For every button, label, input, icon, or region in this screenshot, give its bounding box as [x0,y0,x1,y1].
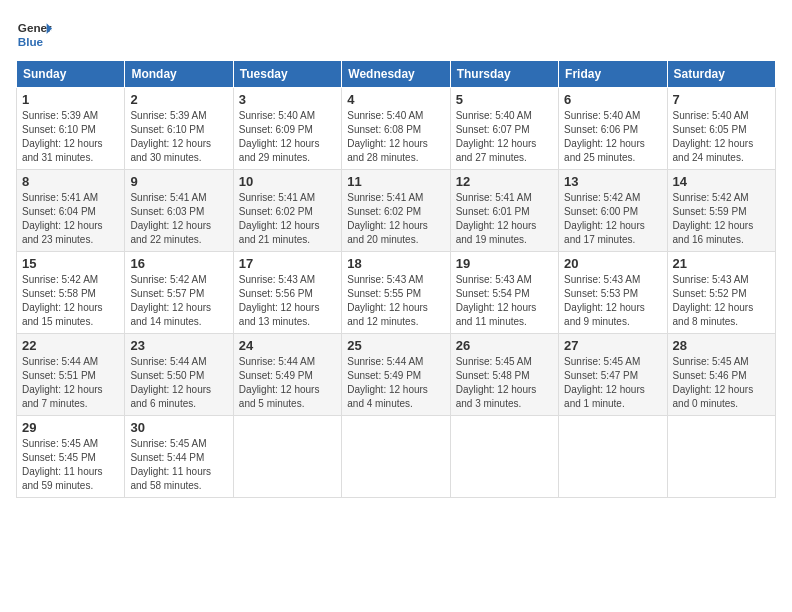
calendar-cell: 9Sunrise: 5:41 AM Sunset: 6:03 PM Daylig… [125,170,233,252]
day-info: Sunrise: 5:40 AM Sunset: 6:05 PM Dayligh… [673,109,770,165]
logo: General Blue [16,16,52,52]
calendar-cell: 18Sunrise: 5:43 AM Sunset: 5:55 PM Dayli… [342,252,450,334]
day-info: Sunrise: 5:41 AM Sunset: 6:04 PM Dayligh… [22,191,119,247]
calendar-cell: 21Sunrise: 5:43 AM Sunset: 5:52 PM Dayli… [667,252,775,334]
calendar-cell [559,416,667,498]
day-number: 9 [130,174,227,189]
calendar-cell: 24Sunrise: 5:44 AM Sunset: 5:49 PM Dayli… [233,334,341,416]
day-number: 24 [239,338,336,353]
calendar-cell: 27Sunrise: 5:45 AM Sunset: 5:47 PM Dayli… [559,334,667,416]
day-number: 4 [347,92,444,107]
calendar-cell: 15Sunrise: 5:42 AM Sunset: 5:58 PM Dayli… [17,252,125,334]
calendar-cell: 1Sunrise: 5:39 AM Sunset: 6:10 PM Daylig… [17,88,125,170]
day-info: Sunrise: 5:40 AM Sunset: 6:07 PM Dayligh… [456,109,553,165]
calendar-cell: 20Sunrise: 5:43 AM Sunset: 5:53 PM Dayli… [559,252,667,334]
calendar-cell: 11Sunrise: 5:41 AM Sunset: 6:02 PM Dayli… [342,170,450,252]
day-info: Sunrise: 5:43 AM Sunset: 5:56 PM Dayligh… [239,273,336,329]
weekday-header-wednesday: Wednesday [342,61,450,88]
day-number: 26 [456,338,553,353]
calendar-cell: 16Sunrise: 5:42 AM Sunset: 5:57 PM Dayli… [125,252,233,334]
day-info: Sunrise: 5:42 AM Sunset: 5:59 PM Dayligh… [673,191,770,247]
day-info: Sunrise: 5:43 AM Sunset: 5:54 PM Dayligh… [456,273,553,329]
day-number: 16 [130,256,227,271]
calendar-cell: 30Sunrise: 5:45 AM Sunset: 5:44 PM Dayli… [125,416,233,498]
calendar-cell: 19Sunrise: 5:43 AM Sunset: 5:54 PM Dayli… [450,252,558,334]
day-info: Sunrise: 5:45 AM Sunset: 5:47 PM Dayligh… [564,355,661,411]
day-info: Sunrise: 5:40 AM Sunset: 6:06 PM Dayligh… [564,109,661,165]
calendar-cell [233,416,341,498]
calendar-cell: 2Sunrise: 5:39 AM Sunset: 6:10 PM Daylig… [125,88,233,170]
calendar-cell: 12Sunrise: 5:41 AM Sunset: 6:01 PM Dayli… [450,170,558,252]
day-info: Sunrise: 5:43 AM Sunset: 5:52 PM Dayligh… [673,273,770,329]
svg-text:Blue: Blue [18,35,44,48]
day-number: 7 [673,92,770,107]
calendar-cell: 3Sunrise: 5:40 AM Sunset: 6:09 PM Daylig… [233,88,341,170]
calendar-week-3: 15Sunrise: 5:42 AM Sunset: 5:58 PM Dayli… [17,252,776,334]
page-header: General Blue [16,16,776,52]
calendar-cell [342,416,450,498]
calendar-cell: 26Sunrise: 5:45 AM Sunset: 5:48 PM Dayli… [450,334,558,416]
weekday-header-thursday: Thursday [450,61,558,88]
day-number: 14 [673,174,770,189]
day-info: Sunrise: 5:41 AM Sunset: 6:02 PM Dayligh… [347,191,444,247]
weekday-header-tuesday: Tuesday [233,61,341,88]
calendar-header-row: SundayMondayTuesdayWednesdayThursdayFrid… [17,61,776,88]
day-number: 18 [347,256,444,271]
calendar-cell: 23Sunrise: 5:44 AM Sunset: 5:50 PM Dayli… [125,334,233,416]
day-number: 23 [130,338,227,353]
calendar-cell: 6Sunrise: 5:40 AM Sunset: 6:06 PM Daylig… [559,88,667,170]
day-number: 1 [22,92,119,107]
calendar-week-5: 29Sunrise: 5:45 AM Sunset: 5:45 PM Dayli… [17,416,776,498]
calendar-week-4: 22Sunrise: 5:44 AM Sunset: 5:51 PM Dayli… [17,334,776,416]
day-info: Sunrise: 5:39 AM Sunset: 6:10 PM Dayligh… [22,109,119,165]
day-number: 30 [130,420,227,435]
calendar-cell: 17Sunrise: 5:43 AM Sunset: 5:56 PM Dayli… [233,252,341,334]
day-info: Sunrise: 5:40 AM Sunset: 6:09 PM Dayligh… [239,109,336,165]
day-info: Sunrise: 5:43 AM Sunset: 5:55 PM Dayligh… [347,273,444,329]
calendar-cell: 28Sunrise: 5:45 AM Sunset: 5:46 PM Dayli… [667,334,775,416]
day-info: Sunrise: 5:40 AM Sunset: 6:08 PM Dayligh… [347,109,444,165]
day-info: Sunrise: 5:41 AM Sunset: 6:03 PM Dayligh… [130,191,227,247]
day-number: 10 [239,174,336,189]
day-info: Sunrise: 5:45 AM Sunset: 5:44 PM Dayligh… [130,437,227,493]
day-info: Sunrise: 5:44 AM Sunset: 5:49 PM Dayligh… [239,355,336,411]
day-number: 27 [564,338,661,353]
day-info: Sunrise: 5:42 AM Sunset: 5:57 PM Dayligh… [130,273,227,329]
calendar-table: SundayMondayTuesdayWednesdayThursdayFrid… [16,60,776,498]
calendar-cell [450,416,558,498]
day-info: Sunrise: 5:44 AM Sunset: 5:51 PM Dayligh… [22,355,119,411]
calendar-cell: 13Sunrise: 5:42 AM Sunset: 6:00 PM Dayli… [559,170,667,252]
day-number: 2 [130,92,227,107]
calendar-cell [667,416,775,498]
day-number: 5 [456,92,553,107]
day-info: Sunrise: 5:43 AM Sunset: 5:53 PM Dayligh… [564,273,661,329]
day-number: 25 [347,338,444,353]
day-number: 15 [22,256,119,271]
calendar-cell: 7Sunrise: 5:40 AM Sunset: 6:05 PM Daylig… [667,88,775,170]
weekday-header-sunday: Sunday [17,61,125,88]
calendar-cell: 8Sunrise: 5:41 AM Sunset: 6:04 PM Daylig… [17,170,125,252]
day-number: 13 [564,174,661,189]
day-info: Sunrise: 5:45 AM Sunset: 5:46 PM Dayligh… [673,355,770,411]
day-info: Sunrise: 5:44 AM Sunset: 5:50 PM Dayligh… [130,355,227,411]
calendar-week-2: 8Sunrise: 5:41 AM Sunset: 6:04 PM Daylig… [17,170,776,252]
day-number: 8 [22,174,119,189]
calendar-cell: 22Sunrise: 5:44 AM Sunset: 5:51 PM Dayli… [17,334,125,416]
day-number: 17 [239,256,336,271]
calendar-cell: 25Sunrise: 5:44 AM Sunset: 5:49 PM Dayli… [342,334,450,416]
calendar-cell: 14Sunrise: 5:42 AM Sunset: 5:59 PM Dayli… [667,170,775,252]
logo-icon: General Blue [16,16,52,52]
day-info: Sunrise: 5:41 AM Sunset: 6:01 PM Dayligh… [456,191,553,247]
day-info: Sunrise: 5:42 AM Sunset: 6:00 PM Dayligh… [564,191,661,247]
calendar-body: 1Sunrise: 5:39 AM Sunset: 6:10 PM Daylig… [17,88,776,498]
calendar-cell: 29Sunrise: 5:45 AM Sunset: 5:45 PM Dayli… [17,416,125,498]
calendar-cell: 4Sunrise: 5:40 AM Sunset: 6:08 PM Daylig… [342,88,450,170]
day-number: 21 [673,256,770,271]
day-number: 29 [22,420,119,435]
day-info: Sunrise: 5:45 AM Sunset: 5:45 PM Dayligh… [22,437,119,493]
day-info: Sunrise: 5:45 AM Sunset: 5:48 PM Dayligh… [456,355,553,411]
day-number: 3 [239,92,336,107]
weekday-header-monday: Monday [125,61,233,88]
calendar-week-1: 1Sunrise: 5:39 AM Sunset: 6:10 PM Daylig… [17,88,776,170]
day-number: 12 [456,174,553,189]
